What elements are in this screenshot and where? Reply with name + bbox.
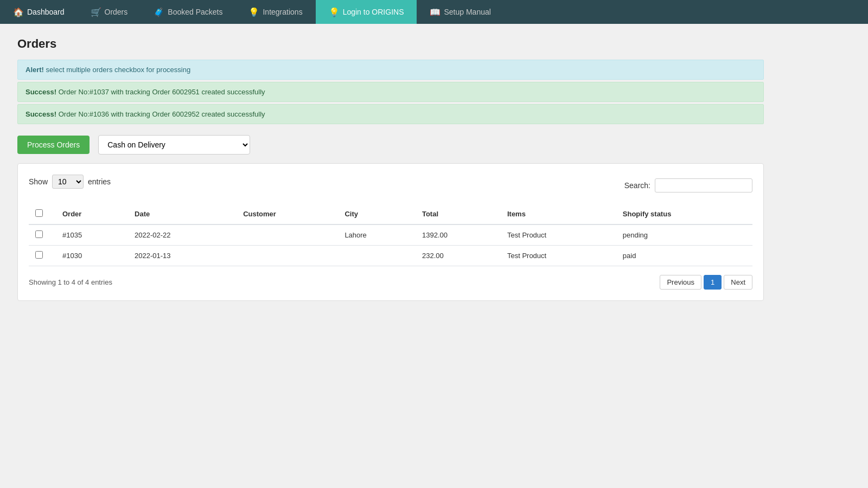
table-controls: Show 102550100 entries Search: [29,175,752,196]
search-input[interactable] [655,178,752,192]
table-row: #10352022-02-22Lahore1392.00Test Product… [29,224,752,246]
col-header-0 [29,204,56,224]
search-text-label: Search: [624,181,650,190]
orders-table-container: Show 102550100 entries Search: OrderDate… [17,163,764,301]
cell-total-0: 1392.00 [416,224,501,246]
orders-table: OrderDateCustomerCityTotalItemsShopify s… [29,204,752,266]
nav-item-dashboard[interactable]: 🏠Dashboard [0,0,78,24]
search-area: Search: [624,178,752,192]
row-checkbox-1[interactable] [35,251,43,259]
toolbar: Process Orders Cash on DeliveryPrepaid [17,135,764,155]
orders-icon: 🛒 [91,7,101,17]
col-header-5: Total [416,204,501,224]
cell-date-0: 2022-02-22 [128,224,237,246]
main-nav: 🏠Dashboard🛒Orders🧳Booked Packets💡Integra… [0,0,868,24]
cell-customer-1 [237,246,338,266]
pagination-row: Showing 1 to 4 of 4 entries Previous 1 N… [29,275,752,290]
nav-item-orders[interactable]: 🛒Orders [78,0,141,24]
next-button[interactable]: Next [724,275,752,290]
entries-label: entries [88,177,111,186]
cell-city-1 [338,246,416,266]
page-1-button[interactable]: 1 [704,275,722,290]
cell-items-0: Test Product [501,224,616,246]
show-entries: Show 102550100 entries [29,175,111,189]
table-header: OrderDateCustomerCityTotalItemsShopify s… [29,204,752,224]
entries-per-page-select[interactable]: 102550100 [52,175,84,189]
pagination-info: Showing 1 to 4 of 4 entries [29,278,112,286]
nav-label-orders: Orders [105,8,128,16]
nav-label-dashboard: Dashboard [27,8,65,16]
previous-button[interactable]: Previous [660,275,701,290]
nav-label-booked-packets: Booked Packets [168,8,222,16]
cell-date-1: 2022-01-13 [128,246,237,266]
cell-city-0: Lahore [338,224,416,246]
login-origins-icon: 💡 [329,7,340,17]
col-header-7: Shopify status [616,204,752,224]
col-header-6: Items [501,204,616,224]
integrations-icon: 💡 [248,7,259,17]
alert-0: Alert! select multiple orders checkbox f… [17,60,764,80]
alert-1: Success! Order No:#1037 with tracking Or… [17,82,764,102]
nav-label-integrations: Integrations [263,8,302,16]
table-body: #10352022-02-22Lahore1392.00Test Product… [29,224,752,266]
nav-item-login-origins[interactable]: 💡Login to ORIGINS [316,0,417,24]
show-label: Show [29,177,48,186]
nav-item-setup-manual[interactable]: 📖Setup Manual [417,0,503,24]
payment-method-select[interactable]: Cash on DeliveryPrepaid [98,135,250,155]
nav-item-booked-packets[interactable]: 🧳Booked Packets [141,0,235,24]
col-header-1: Order [56,204,128,224]
col-header-2: Date [128,204,237,224]
nav-item-integrations[interactable]: 💡Integrations [235,0,315,24]
setup-manual-icon: 📖 [430,7,441,17]
cell-order-1: #1030 [56,246,128,266]
col-header-4: City [338,204,416,224]
select-all-checkbox[interactable] [35,209,43,217]
cell-order-0: #1035 [56,224,128,246]
alerts-container: Alert! select multiple orders checkbox f… [17,60,764,124]
cell-customer-0 [237,224,338,246]
col-header-3: Customer [237,204,338,224]
page-title: Orders [17,37,764,51]
table-row: #10302022-01-13232.00Test Productpaid [29,246,752,266]
process-orders-button[interactable]: Process Orders [17,136,90,154]
cell-total-1: 232.00 [416,246,501,266]
nav-label-setup-manual: Setup Manual [444,8,490,16]
pagination-buttons: Previous 1 Next [660,275,752,290]
booked-packets-icon: 🧳 [154,7,164,17]
alert-2: Success! Order No:#1036 with tracking Or… [17,104,764,124]
dashboard-icon: 🏠 [13,7,24,17]
cell-shopify_status-1: paid [616,246,752,266]
cell-items-1: Test Product [501,246,616,266]
nav-label-login-origins: Login to ORIGINS [343,8,404,16]
cell-shopify_status-0: pending [616,224,752,246]
row-checkbox-0[interactable] [35,230,43,238]
